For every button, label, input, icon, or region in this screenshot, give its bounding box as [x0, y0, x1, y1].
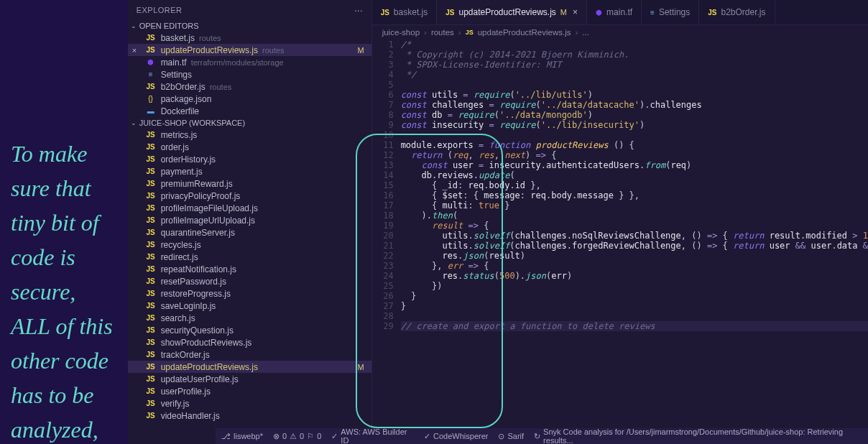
code-line[interactable]: */	[401, 70, 868, 80]
breadcrumb-segment[interactable]: updateProductReviews.js	[478, 28, 571, 37]
code-line[interactable]: const insecurity = require('../lib/insec…	[401, 120, 868, 130]
code-line[interactable]: * SPDX-License-Identifier: MIT	[401, 60, 868, 70]
file-name: updateUserProfile.js	[161, 374, 239, 384]
breadcrumb-segment[interactable]: juice-shop	[382, 28, 420, 37]
code-line[interactable]: { multi: true }	[401, 200, 868, 211]
js-file-icon: JS	[145, 216, 157, 224]
code-line[interactable]	[401, 130, 868, 140]
close-icon[interactable]: ×	[132, 46, 137, 55]
open-editor-item[interactable]: JSb2bOrder.jsroutes	[128, 80, 371, 93]
js-file-icon: JS	[145, 204, 157, 212]
open-editors-header[interactable]: ⌄ Open Editors	[128, 20, 371, 32]
open-editor-item[interactable]: ×JSupdateProductReviews.jsroutesM	[128, 44, 371, 56]
file-name: verify.js	[161, 399, 190, 409]
code-line[interactable]: }	[401, 301, 868, 311]
code-line[interactable]: })	[401, 281, 868, 291]
tab[interactable]: ≡Settings	[642, 0, 699, 24]
file-item[interactable]: JSrestoreProgress.js	[128, 287, 371, 300]
code-line[interactable]: db.reviews.update(	[401, 170, 868, 180]
line-number: 26	[372, 291, 394, 301]
file-item[interactable]: JSuserProfile.js	[128, 385, 371, 397]
code-line[interactable]	[401, 311, 868, 321]
code-line[interactable]: res.status(500).json(err)	[401, 271, 868, 281]
open-editor-item[interactable]: ≡Settings	[128, 68, 371, 80]
file-item[interactable]: JSupdateUserProfile.js	[128, 373, 371, 385]
open-editor-item[interactable]: JSbasket.jsroutes	[128, 32, 371, 44]
line-number: 3	[372, 60, 394, 70]
breadcrumb[interactable]: juice-shop›routes›JSupdateProductReviews…	[372, 25, 868, 40]
code-line[interactable]: const utils = require('../lib/utils')	[401, 90, 868, 100]
file-item[interactable]: JSpayment.js	[128, 165, 371, 177]
code-line[interactable]	[401, 80, 868, 90]
open-editor-item[interactable]: ▬Dockerfile	[128, 105, 371, 117]
file-item[interactable]: JSredirect.js	[128, 251, 371, 263]
code-line[interactable]: utils.solveIf(challenges.noSqlReviewsCha…	[401, 231, 868, 241]
code-line[interactable]: { $set: { message: req.body.message } },	[401, 190, 868, 200]
file-item[interactable]: JSprofileImageFileUpload.js	[128, 202, 371, 214]
tab[interactable]: JSupdateProductReviews.jsM×	[437, 0, 587, 24]
file-item[interactable]: JSmetrics.js	[128, 129, 371, 141]
code-line[interactable]: }, err => {	[401, 261, 868, 271]
code-line[interactable]: }	[401, 291, 868, 301]
open-editor-item[interactable]: ⬢main.tfterraform/modules/storage	[128, 56, 371, 68]
file-item[interactable]: JSrecycles.js	[128, 239, 371, 251]
js-file-icon: JS	[145, 290, 157, 297]
breadcrumb-segment[interactable]: ...	[582, 28, 589, 37]
line-number: 22	[372, 251, 394, 261]
code-line[interactable]: return (req, res, next) => {	[401, 150, 868, 160]
status-snyk[interactable]: ↻ Snyk Code analysis for /Users/jimarmst…	[534, 427, 862, 444]
js-file-icon: JS	[145, 412, 157, 420]
explorer-more-icon[interactable]: ···	[354, 4, 363, 16]
status-codewhisperer[interactable]: ✓ CodeWhisperer	[424, 432, 488, 441]
line-number: 13	[372, 160, 394, 170]
workspace-header[interactable]: ⌄ JUICE-SHOP (WORKSPACE)	[128, 117, 371, 129]
file-item[interactable]: JSpremiumReward.js	[128, 177, 371, 190]
file-item[interactable]: JSorder.js	[128, 141, 371, 153]
workspace-file-list: JSmetrics.jsJSorder.jsJSorderHistory.jsJ…	[128, 129, 371, 444]
tab[interactable]: JSb2bOrder.js	[699, 0, 775, 24]
code-line[interactable]: module.exports = function productReviews…	[401, 140, 868, 150]
status-aws[interactable]: ✓ AWS: AWS Builder ID	[331, 427, 414, 444]
code-line[interactable]: result => {	[401, 221, 868, 231]
file-item[interactable]: JStrackOrder.js	[128, 348, 371, 361]
file-item[interactable]: JSsearch.js	[128, 312, 371, 324]
code-content[interactable]: /* * Copyright (c) 2014-2021 Bjoern Kimm…	[401, 40, 868, 444]
file-item[interactable]: JSprofileImageUrlUpload.js	[128, 214, 371, 226]
code-line[interactable]: // create and export a function to delet…	[401, 321, 868, 331]
file-item[interactable]: JSupdateProductReviews.jsM	[128, 361, 371, 373]
file-item[interactable]: JSorderHistory.js	[128, 153, 371, 165]
file-item[interactable]: JSvideoHandler.js	[128, 410, 371, 422]
js-file-icon: JS	[145, 155, 157, 163]
tab[interactable]: JSbasket.js	[372, 0, 438, 24]
tab[interactable]: ⬢main.tf	[587, 0, 642, 24]
file-item[interactable]: JSrepeatNotification.js	[128, 263, 371, 275]
tab-bar: JSbasket.jsJSupdateProductReviews.jsM×⬢m…	[372, 0, 868, 25]
line-number: 1	[372, 40, 394, 50]
code-line[interactable]: res.json(result)	[401, 251, 868, 261]
code-line[interactable]: const challenges = require('../data/data…	[401, 100, 868, 110]
file-icon: JS	[145, 46, 157, 54]
code-line[interactable]: const user = insecurity.authenticatedUse…	[401, 160, 868, 170]
code-line[interactable]: const db = require('../data/mongodb')	[401, 110, 868, 120]
code-line[interactable]: { _id: req.body.id },	[401, 180, 868, 190]
file-item[interactable]: JSsaveLoginIp.js	[128, 300, 371, 312]
open-editors-label: Open Editors	[139, 22, 199, 30]
line-number: 5	[372, 80, 394, 90]
code-line[interactable]: * Copyright (c) 2014-2021 Bjoern Kimmini…	[401, 50, 868, 60]
status-sarif[interactable]: ⊙ Sarif	[498, 432, 524, 441]
code-line[interactable]: utils.solveIf(challenges.forgedReviewCha…	[401, 241, 868, 251]
file-item[interactable]: JSquarantineServer.js	[128, 226, 371, 239]
status-problems[interactable]: ⊗ 0 ⚠ 0 ⚐ 0	[273, 432, 321, 441]
file-item[interactable]: JSsecurityQuestion.js	[128, 324, 371, 336]
close-icon[interactable]: ×	[573, 7, 578, 17]
code-line[interactable]: ).then(	[401, 211, 868, 221]
file-item[interactable]: JSresetPassword.js	[128, 275, 371, 287]
file-item[interactable]: JSprivacyPolicyProof.js	[128, 190, 371, 202]
open-editor-item[interactable]: {}package.json	[128, 93, 371, 105]
code-area[interactable]: 1234567891011121314151617181920212223242…	[372, 40, 868, 444]
file-item[interactable]: JSshowProductReviews.js	[128, 336, 371, 348]
code-line[interactable]: /*	[401, 40, 868, 50]
breadcrumb-segment[interactable]: routes	[431, 28, 454, 37]
status-branch[interactable]: ⎇ liswebp*	[221, 432, 263, 441]
file-item[interactable]: JSverify.js	[128, 397, 371, 410]
